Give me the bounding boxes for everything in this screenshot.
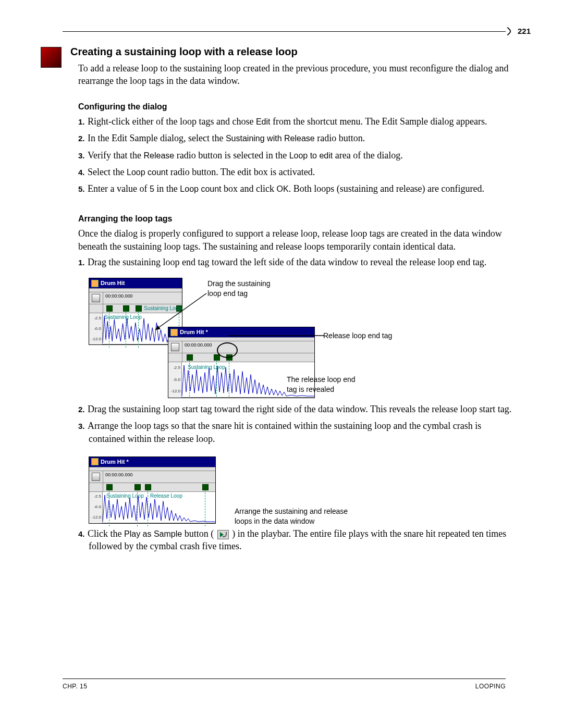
steps-arranging-1: 1.Drag the sustaining loop end tag towar… — [78, 256, 519, 273]
step-1: 1.Right-click either of the loop tags an… — [89, 115, 519, 132]
window-titlebar: Drum Hit — [89, 278, 182, 288]
window-titlebar: Drum Hit * — [89, 457, 215, 467]
anno-release-loop-end-tag: Release loop end tag — [323, 331, 392, 341]
footer-section: LOOPING — [475, 682, 506, 690]
loop-tag-sustain-start — [106, 484, 113, 490]
content-column: Creating a sustaining loop with a releas… — [70, 42, 519, 559]
intro2-paragraph: Once the dialog is properly configured t… — [78, 227, 519, 253]
figure-arranged-loops: Drum Hit * 00:00:00.000 Sustaining Loop — [89, 456, 519, 524]
page-number: 221 — [518, 26, 531, 36]
steps-configuring: 1.Right-click either of the loop tags an… — [78, 115, 519, 199]
tool-icon — [92, 294, 100, 302]
step-3: 3.Verify that the Release radio button i… — [89, 149, 519, 166]
ui-term-loop-count-box: Loop count — [180, 184, 221, 193]
ruler-time: 00:00:00.000 — [185, 342, 212, 348]
footer-chapter: CHP. 15 — [63, 682, 87, 690]
waveform — [103, 492, 215, 523]
loop-tag-sustain-start — [187, 354, 193, 361]
step-5: 5.Enter a value of 5 in the Loop count b… — [89, 182, 519, 199]
step-4: 4.Select the Loop count radio button. Th… — [89, 166, 519, 182]
anno-release-revealed: The release loop endtag is revealed — [287, 375, 356, 394]
loop-tag-release-start — [145, 484, 151, 490]
window-icon — [91, 280, 99, 287]
ui-term-ok: OK — [277, 184, 289, 193]
ui-term-loop-to-edit: Loop to edit — [289, 151, 333, 160]
ui-term-loop-count: Loop count — [127, 168, 168, 177]
arr-step-3: 3.Arrange the loop tags so that the snar… — [89, 419, 519, 449]
ui-value-5: 5 — [150, 184, 154, 193]
intro-paragraph: To add a release loop to the sustaining … — [78, 62, 519, 88]
ui-term-edit: Edit — [256, 117, 271, 126]
page: 221 Creating a sustaining loop with a re… — [0, 0, 563, 728]
tool-icon — [92, 473, 100, 481]
tool-icon — [171, 343, 179, 351]
section-title: Creating a sustaining loop with a releas… — [70, 45, 519, 59]
steps-arranging-3: 4.Click the Play as Sample button ( ) in… — [78, 527, 519, 557]
anno-drag-sustaining: Drag the sustainingloop end tag — [207, 279, 271, 299]
window-drum-hit-final: Drum Hit * 00:00:00.000 Sustaining Loop — [89, 456, 216, 524]
window-title: Drum Hit — [101, 279, 125, 287]
ui-term-play-as-sample: Play as Sample — [124, 529, 182, 538]
callout-line — [228, 334, 324, 337]
page-number-ornament — [504, 27, 512, 36]
play-as-sample-icon — [217, 530, 229, 539]
db-axis: -2.5 -6.0 -12.0 — [168, 362, 182, 398]
top-rule — [63, 31, 506, 32]
window-title: Drum Hit * — [101, 458, 129, 466]
ui-term-sustaining-with-release: Sustaining with Release — [226, 134, 315, 143]
loop-tag-release-start — [123, 305, 129, 312]
margin-badge-icon — [41, 47, 62, 68]
bottom-rule — [63, 678, 506, 679]
arr-step-4: 4.Click the Play as Sample button ( ) in… — [89, 527, 519, 557]
ui-term-release: Release — [143, 151, 174, 160]
db-axis: -2.5 -6.0 -12.0 — [89, 313, 103, 344]
db-axis: -2.5 -6.0 -12.0 — [89, 492, 103, 523]
subheading-configuring: Configuring the dialog — [78, 101, 519, 113]
anno-arrange-loops: Arrange the sustaining and releaseloops … — [235, 507, 348, 526]
steps-arranging-2: 2.Drag the sustaining loop start tag tow… — [78, 403, 519, 449]
circle-callout-icon — [217, 342, 238, 358]
subheading-arranging: Arranging the loop tags — [78, 213, 519, 225]
figure-sustaining-release: Drum Hit 00:00:00.000 Sustaining Loop — [89, 278, 519, 398]
loop-tag-release-end — [202, 484, 209, 490]
loop-tag-sustain-start — [106, 305, 113, 312]
window-icon — [91, 458, 99, 465]
loop-tag-sustain-end — [134, 484, 141, 490]
ruler-time: 00:00:00.000 — [105, 293, 133, 299]
ruler-time: 00:00:00.000 — [105, 472, 133, 478]
arr-step-2: 2.Drag the sustaining loop start tag tow… — [89, 403, 519, 419]
arrow-icon — [141, 288, 214, 340]
arr-step-1: 1.Drag the sustaining loop end tag towar… — [89, 256, 519, 273]
step-2: 2.In the Edit Sample dialog, select the … — [89, 132, 519, 149]
